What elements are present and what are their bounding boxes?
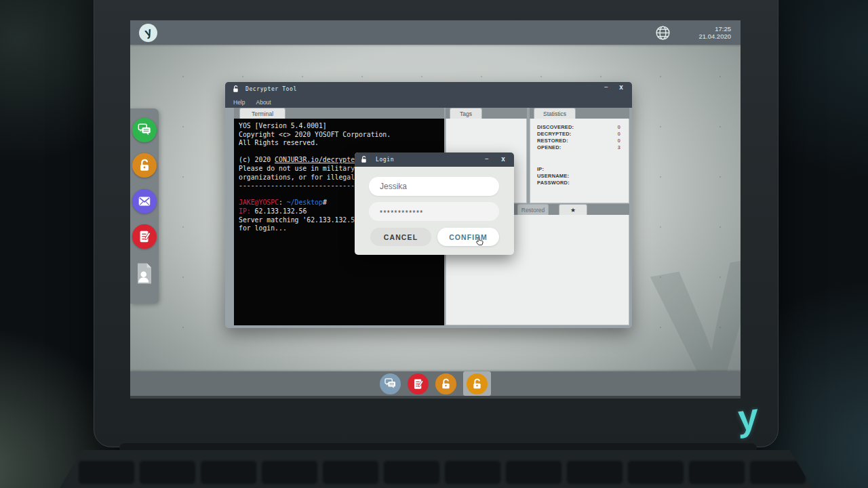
time: 17:25	[698, 25, 731, 33]
taskbar-active-highlight	[463, 371, 491, 396]
login-dialog: Login − x Jessika ************ CANCEL CO…	[355, 152, 514, 255]
terminal-line: Copyright <c> 2020 YOSOFT Corporation.	[239, 131, 439, 140]
tab-statistics[interactable]: Statistics	[534, 108, 576, 119]
titlebar-row: Decrypter Tool − x	[225, 82, 632, 96]
stat-row: DISCOVERED:0	[537, 124, 620, 131]
globe-icon[interactable]	[654, 24, 671, 41]
taskbar-icons	[130, 371, 741, 396]
minimize-button[interactable]: −	[601, 83, 612, 91]
tab-favorites[interactable]: ★	[559, 204, 587, 215]
hand-cursor-icon	[474, 235, 486, 248]
dock-notes-app[interactable]	[132, 224, 157, 249]
laptop-screen: y y 17:25 21.04.2020	[130, 20, 741, 399]
screen-bottom-strip	[130, 396, 741, 399]
menu-about[interactable]: About	[256, 99, 271, 106]
login-title: Login	[376, 157, 394, 163]
stat-row: DECRYPTED:0	[537, 131, 620, 138]
chat-icon	[384, 378, 397, 390]
system-topbar: y 17:25 21.04.2020	[130, 20, 741, 45]
statistics-credentials: IP:USERNAME:PASSWORD:	[530, 151, 629, 186]
close-button[interactable]: x	[616, 83, 627, 91]
credential-row: PASSWORD:	[537, 180, 620, 186]
stat-row: RESTORED:0	[537, 138, 620, 144]
system-taskbar	[130, 371, 741, 396]
lock-icon	[360, 155, 368, 164]
login-minimize-button[interactable]: −	[481, 155, 492, 163]
taskbar-decrypter-app-active[interactable]	[467, 373, 488, 394]
mail-icon	[137, 194, 152, 209]
chat-icon	[137, 123, 152, 138]
menubar: Help About	[225, 96, 271, 108]
terminal-line: YOS [Version 5.4.0001]	[239, 122, 439, 131]
statistics-panel: DISCOVERED:0DECRYPTED:0RESTORED:0OPENED:…	[530, 119, 629, 203]
unlock-icon	[137, 158, 152, 173]
os-logo-icon: y	[142, 23, 154, 42]
stat-row: OPENED:3	[537, 144, 620, 151]
start-button[interactable]: y	[139, 24, 157, 42]
credential-row: USERNAME:	[537, 173, 620, 180]
clock: 17:25 21.04.2020	[698, 25, 731, 40]
notes-icon	[137, 229, 152, 244]
tab-restored[interactable]: Restored	[517, 204, 549, 215]
tab-terminal[interactable]: Terminal	[239, 108, 285, 119]
laptop-brand-logo: y	[737, 397, 759, 436]
credential-row: IP:	[537, 166, 620, 173]
taskbar-notes-app[interactable]	[408, 373, 429, 394]
keyboard-keys	[60, 450, 812, 484]
game-scene: y y y 17:25 21.04.2020	[0, 0, 868, 488]
window-title: Decrypter Tool	[245, 86, 297, 92]
login-titlebar[interactable]: Login − x	[355, 152, 514, 167]
unlock-icon	[439, 378, 452, 390]
password-field[interactable]: ************	[369, 202, 499, 221]
dock-decrypter-app[interactable]	[132, 153, 157, 178]
login-close-button[interactable]: x	[498, 155, 509, 163]
tab-tags[interactable]: Tags	[450, 108, 482, 119]
taskbar-chat-app[interactable]	[380, 373, 401, 394]
menu-help[interactable]: Help	[233, 99, 245, 106]
lock-icon	[232, 85, 239, 94]
laptop-keyboard	[60, 450, 812, 488]
username-field[interactable]: Jessika	[369, 177, 499, 196]
confirm-button[interactable]: CONFIRM	[437, 228, 499, 246]
window-titlebar[interactable]: Decrypter Tool − x Help About	[225, 82, 632, 108]
cancel-button[interactable]: CANCEL	[370, 228, 431, 246]
app-dock	[130, 108, 159, 304]
dock-mail-app[interactable]	[132, 189, 157, 214]
statistics-counters: DISCOVERED:0DECRYPTED:0RESTORED:0OPENED:…	[530, 119, 629, 151]
terminal-line: All Rights reserved.	[239, 139, 439, 148]
taskbar-decrypter-app[interactable]	[435, 373, 456, 394]
date: 21.04.2020	[698, 33, 731, 40]
unlock-icon-active	[471, 378, 484, 390]
dock-contact-file[interactable]	[134, 262, 155, 285]
dock-chat-app[interactable]	[132, 118, 157, 142]
notes-icon	[412, 378, 425, 390]
contact-file-icon	[134, 262, 155, 285]
